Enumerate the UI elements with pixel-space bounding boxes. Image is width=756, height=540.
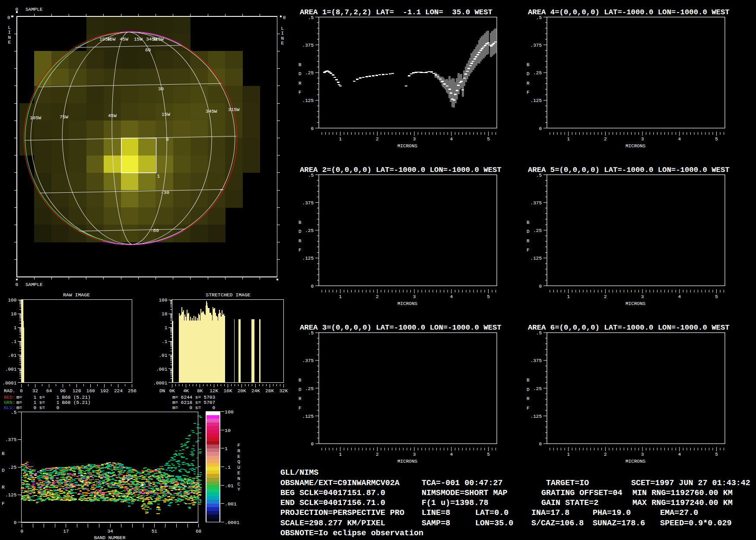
svg-text:E: E [238, 470, 241, 476]
svg-text:0: 0 [7, 15, 10, 20]
svg-text:R: R [527, 81, 530, 86]
svg-text:0: 0 [20, 529, 23, 534]
svg-text:F: F [238, 443, 241, 448]
svg-text:0: 0 [539, 442, 542, 447]
svg-text:N: N [281, 36, 284, 41]
svg-text:MIN RNG=1192760.00 KM: MIN RNG=1192760.00 KM [632, 489, 733, 498]
svg-text:F(1 u)=1398.78: F(1 u)=1398.78 [422, 499, 489, 508]
svg-text:.1: .1 [225, 464, 231, 470]
svg-text:.375: .375 [302, 43, 314, 48]
svg-text:160: 160 [86, 388, 95, 394]
svg-text:F: F [2, 501, 5, 506]
svg-text:.125: .125 [302, 98, 314, 103]
svg-text:D: D [299, 387, 302, 392]
svg-text:5: 5 [487, 137, 490, 142]
svg-text:100: 100 [159, 298, 167, 303]
svg-text:BEG SCLK=04017151.87.0: BEG SCLK=04017151.87.0 [280, 489, 385, 498]
svg-text:m= 1 s= 1 B68 (5.21): m= 1 s= 1 B68 (5.21) [16, 395, 91, 400]
svg-text:4: 4 [450, 452, 453, 457]
svg-text:1: 1 [567, 294, 570, 299]
svg-text:2: 2 [376, 294, 379, 299]
svg-text:315W: 315W [152, 37, 164, 42]
svg-text:.01: .01 [225, 483, 234, 489]
svg-text:.25: .25 [305, 386, 314, 391]
svg-text:0: 0 [14, 520, 17, 525]
svg-text:1: 1 [339, 137, 342, 142]
svg-text:D: D [527, 71, 530, 76]
svg-text:NIMSMODE=SHORT MAP: NIMSMODE=SHORT MAP [422, 489, 508, 498]
svg-text:AREA 5=(0,0,0,0) LAT=-1000.0 L: AREA 5=(0,0,0,0) LAT=-1000.0 LON=-1000.0… [528, 166, 730, 174]
svg-text:.25: .25 [8, 465, 16, 470]
svg-text:SAMPLE: SAMPLE [25, 282, 43, 287]
svg-text:LAT=0.0: LAT=0.0 [475, 508, 508, 518]
svg-text:m= 0 s= 0: m= 0 s= 0 [172, 405, 215, 410]
svg-text:MICRONS: MICRONS [626, 143, 646, 149]
svg-text:B: B [527, 220, 530, 225]
svg-text:RED:: RED: [4, 395, 15, 400]
svg-text:1: 1 [339, 452, 342, 457]
svg-text:16K: 16K [223, 388, 232, 394]
svg-text:LON=35.0: LON=35.0 [475, 519, 513, 528]
svg-text:SCET=1997 JUN 27 01:43:42: SCET=1997 JUN 27 01:43:42 [631, 479, 750, 488]
svg-text:D: D [527, 387, 530, 392]
svg-text:B: B [527, 378, 530, 383]
svg-text:DN: DN [159, 388, 165, 394]
svg-text:GRATING OFFSET=04: GRATING OFFSET=04 [541, 489, 623, 498]
svg-text:I: I [8, 30, 11, 35]
svg-text:2: 2 [376, 452, 379, 457]
svg-text:10: 10 [162, 311, 167, 317]
svg-text:5: 5 [715, 137, 718, 142]
svg-text:D: D [299, 229, 302, 234]
svg-text:0: 0 [311, 284, 314, 289]
svg-text:SAMPLE: SAMPLE [25, 7, 43, 12]
svg-text:B: B [299, 378, 302, 383]
svg-text:MAX RNG=1197240.00 KM: MAX RNG=1197240.00 KM [632, 499, 733, 508]
svg-text:I: I [281, 31, 284, 36]
svg-text:3: 3 [641, 452, 644, 457]
svg-text:4: 4 [678, 137, 681, 142]
svg-text:TARGET=IO: TARGET=IO [546, 479, 589, 488]
svg-text:AREA 1=(8,7,2,2) LAT= -1.1 LO: AREA 1=(8,7,2,2) LAT= -1.1 LON= 35.0 WES… [300, 8, 492, 16]
svg-text:Y: Y [238, 487, 241, 492]
svg-text:4: 4 [450, 137, 453, 142]
svg-text:E: E [8, 40, 11, 45]
svg-text:L: L [281, 26, 284, 31]
svg-text:TCA=-001 00:47:27: TCA=-001 00:47:27 [422, 479, 503, 488]
svg-text:R: R [299, 238, 302, 244]
svg-text:U: U [238, 465, 241, 470]
svg-text:4: 4 [678, 452, 681, 457]
svg-text:SPEED=0.9*0.029: SPEED=0.9*0.029 [660, 519, 732, 528]
svg-text:1: 1 [157, 174, 160, 179]
svg-text:3: 3 [413, 452, 416, 457]
svg-text:32: 32 [32, 388, 38, 394]
svg-text:96: 96 [60, 388, 66, 394]
svg-text:m= 6218 s= 5707: m= 6218 s= 5707 [172, 400, 215, 405]
svg-text:5: 5 [487, 452, 490, 457]
svg-text:.375: .375 [530, 200, 542, 206]
svg-text:3: 3 [641, 294, 644, 299]
svg-text:17: 17 [63, 529, 69, 534]
svg-text:AREA 2=(0,0,0,0) LAT=-1000.0 L: AREA 2=(0,0,0,0) LAT=-1000.0 LON=-1000.0… [300, 166, 502, 174]
svg-text:OBSNAME/EXT=C9INWARMCV02A: OBSNAME/EXT=C9INWARMCV02A [280, 479, 400, 488]
svg-text:R: R [2, 485, 5, 490]
svg-text:F: F [299, 90, 302, 95]
svg-text:4K: 4K [183, 388, 189, 394]
svg-text:192: 192 [100, 388, 109, 394]
svg-text:0: 0 [20, 388, 23, 394]
svg-text:.5: .5 [536, 330, 542, 336]
svg-text:1: 1 [14, 325, 17, 330]
svg-text:m= 6244 s= 5703: m= 6244 s= 5703 [172, 395, 215, 400]
svg-text:D: D [2, 468, 5, 473]
svg-text:100: 100 [8, 298, 16, 303]
svg-text:-60: -60 [150, 228, 159, 233]
svg-text:MICRONS: MICRONS [397, 459, 418, 464]
svg-text:-30: -30 [161, 190, 169, 195]
svg-text:.375: .375 [530, 43, 542, 48]
svg-text:4: 4 [450, 294, 453, 299]
svg-text:L: L [8, 25, 11, 30]
svg-text:E: E [238, 454, 241, 459]
svg-text:.0001: .0001 [153, 381, 167, 386]
svg-text:.0001: .0001 [225, 520, 240, 525]
svg-text:.25: .25 [533, 386, 542, 391]
svg-text:.375: .375 [530, 358, 542, 363]
